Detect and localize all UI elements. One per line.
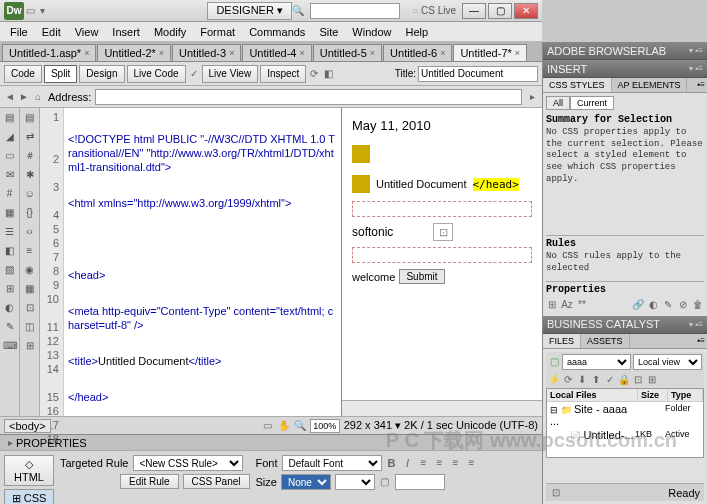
- menu-window[interactable]: Window: [346, 24, 397, 40]
- dropdown-icon[interactable]: ▾: [36, 5, 48, 17]
- doc-tab-active[interactable]: Untitled-7*×: [453, 44, 527, 61]
- close-icon[interactable]: ×: [440, 48, 445, 58]
- doc-tab[interactable]: Untitled-3×: [172, 44, 241, 61]
- css-styles-tab[interactable]: CSS STYLES: [543, 78, 612, 92]
- align-left-icon[interactable]: ≡: [418, 457, 430, 469]
- tool-icon[interactable]: ▨: [2, 262, 18, 278]
- tag-selector[interactable]: <body>: [4, 419, 51, 433]
- properties-header[interactable]: PROPERTIES: [16, 437, 87, 449]
- select-tool-icon[interactable]: ▭: [262, 420, 274, 432]
- tool-icon[interactable]: ⌨: [2, 338, 18, 354]
- tool-icon[interactable]: ▤: [22, 110, 38, 126]
- files-tab[interactable]: FILES: [543, 334, 581, 348]
- refresh-icon[interactable]: ⟳: [562, 374, 574, 386]
- hand-tool-icon[interactable]: ✋: [278, 420, 290, 432]
- image-placeholder-icon[interactable]: [352, 145, 370, 163]
- checkout-icon[interactable]: ✓: [604, 374, 616, 386]
- tool-icon[interactable]: ☰: [2, 224, 18, 240]
- log-icon[interactable]: ⊡: [550, 487, 562, 499]
- business-catalyst-header[interactable]: BUSINESS CATALYST▾ ▪≡: [543, 316, 707, 334]
- menu-format[interactable]: Format: [194, 24, 241, 40]
- doc-tab[interactable]: Untitled-2*×: [97, 44, 171, 61]
- font-select[interactable]: Default Font: [282, 455, 382, 471]
- expand-icon[interactable]: ⊞: [646, 374, 658, 386]
- category-view-icon[interactable]: ⊞: [546, 299, 558, 311]
- col-type[interactable]: Type: [668, 389, 703, 401]
- ap-elements-tab[interactable]: AP ELEMENTS: [612, 78, 688, 92]
- zoom-input[interactable]: [310, 419, 340, 433]
- tool-icon[interactable]: {}: [22, 205, 38, 221]
- align-right-icon[interactable]: ≡: [450, 457, 462, 469]
- tool-icon[interactable]: ✱: [22, 167, 38, 183]
- new-rule-icon[interactable]: ◐: [647, 299, 659, 311]
- tool-icon[interactable]: ▤: [2, 110, 18, 126]
- code-view-button[interactable]: Code: [4, 65, 42, 83]
- tool-icon[interactable]: ⊞: [2, 281, 18, 297]
- attach-icon[interactable]: 🔗: [632, 299, 644, 311]
- insert-panel-header[interactable]: INSERT▾ ▪≡: [543, 60, 707, 78]
- tool-icon[interactable]: ≡: [22, 243, 38, 259]
- menu-help[interactable]: Help: [399, 24, 434, 40]
- tool-icon[interactable]: ◫: [22, 319, 38, 335]
- menu-edit[interactable]: Edit: [36, 24, 67, 40]
- menu-view[interactable]: View: [69, 24, 105, 40]
- bold-icon[interactable]: B: [386, 457, 398, 469]
- tool-icon[interactable]: ⊡: [22, 300, 38, 316]
- inspect-button[interactable]: Inspect: [260, 65, 306, 83]
- edit-icon[interactable]: ✎: [662, 299, 674, 311]
- menu-site[interactable]: Site: [313, 24, 344, 40]
- close-icon[interactable]: ×: [159, 48, 164, 58]
- tool-icon[interactable]: ✎: [2, 319, 18, 335]
- tool-icon[interactable]: ◉: [22, 262, 38, 278]
- current-button[interactable]: Current: [570, 96, 614, 110]
- trash-icon[interactable]: 🗑: [692, 299, 704, 311]
- zoom-tool-icon[interactable]: 🔍: [294, 420, 306, 432]
- connect-icon[interactable]: ⚡: [548, 374, 560, 386]
- design-pane[interactable]: May 11, 2010 Untitled Document </head> s…: [342, 108, 542, 416]
- css-mode-button[interactable]: ⊞ CSS: [4, 489, 54, 504]
- tool-icon[interactable]: ✉: [2, 167, 18, 183]
- close-icon[interactable]: ×: [84, 48, 89, 58]
- doc-tab[interactable]: Untitled-4×: [242, 44, 311, 61]
- align-justify-icon[interactable]: ≡: [466, 457, 478, 469]
- tool-icon[interactable]: ◐: [2, 300, 18, 316]
- tool-icon[interactable]: ◢: [2, 129, 18, 145]
- minimize-button[interactable]: —: [462, 3, 486, 19]
- close-icon[interactable]: ×: [299, 48, 304, 58]
- files-tree[interactable]: Local Files Size Type ⊟ 📁 Site - aaaa ..…: [546, 388, 704, 458]
- image-placeholder-icon[interactable]: [352, 175, 370, 193]
- tool-icon[interactable]: ⊞: [22, 338, 38, 354]
- nav-icon[interactable]: ◧: [322, 68, 334, 80]
- close-icon[interactable]: ×: [229, 48, 234, 58]
- tool-icon[interactable]: ⇄: [22, 129, 38, 145]
- menu-modify[interactable]: Modify: [148, 24, 192, 40]
- doc-tab[interactable]: Untitled-1.asp*×: [2, 44, 96, 61]
- align-center-icon[interactable]: ≡: [434, 457, 446, 469]
- disable-icon[interactable]: ⊘: [677, 299, 689, 311]
- submit-button[interactable]: Submit: [399, 269, 444, 284]
- checkin-icon[interactable]: 🔒: [618, 374, 630, 386]
- close-icon[interactable]: ×: [370, 48, 375, 58]
- list-view-icon[interactable]: Az: [561, 299, 573, 311]
- size-unit-select[interactable]: [335, 474, 375, 490]
- back-icon[interactable]: ◄: [4, 91, 16, 103]
- view-select[interactable]: Local view: [633, 354, 702, 370]
- menu-insert[interactable]: Insert: [106, 24, 146, 40]
- tool-icon[interactable]: ◧: [2, 243, 18, 259]
- sync-icon[interactable]: ⊡: [632, 374, 644, 386]
- search-input[interactable]: [310, 3, 400, 19]
- tool-icon[interactable]: ▭: [2, 148, 18, 164]
- layout-icon[interactable]: ▭: [24, 5, 36, 17]
- color-swatch[interactable]: ▢: [379, 476, 391, 488]
- horizontal-scrollbar[interactable]: [342, 400, 542, 416]
- close-icon[interactable]: ×: [515, 48, 520, 58]
- empty-para-placeholder[interactable]: [352, 247, 532, 263]
- get-icon[interactable]: ⬇: [576, 374, 588, 386]
- refresh-icon[interactable]: ⟳: [308, 68, 320, 80]
- tool-icon[interactable]: ▦: [22, 281, 38, 297]
- col-size[interactable]: Size: [638, 389, 668, 401]
- home-icon[interactable]: ⌂: [32, 91, 44, 103]
- anchor-placeholder[interactable]: [352, 201, 532, 217]
- file-row[interactable]: ⊟ 📁 Site - aaaa ...Folder: [547, 402, 703, 428]
- html-mode-button[interactable]: ◇ HTML: [4, 455, 54, 486]
